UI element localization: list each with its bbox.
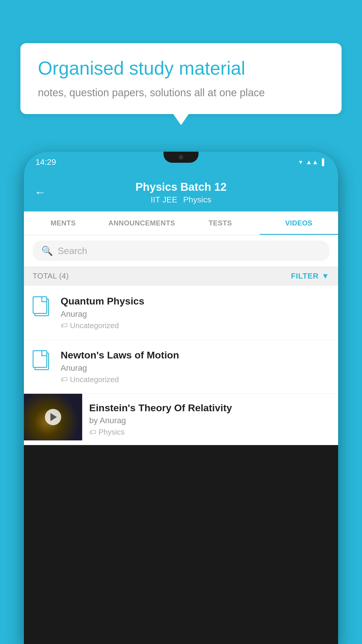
item-tag: 🏷 Physics	[89, 428, 331, 437]
filter-button[interactable]: FILTER ▼	[291, 272, 329, 281]
tab-ments[interactable]: MENTS	[24, 211, 103, 235]
tag-icon: 🏷	[61, 321, 68, 330]
play-icon	[50, 413, 57, 421]
tag-label: Physics	[99, 428, 125, 437]
item-tag: 🏷 Uncategorized	[61, 321, 329, 330]
notch	[164, 152, 198, 163]
doc-front-icon	[33, 296, 47, 314]
bubble-subtitle: notes, question papers, solutions all at…	[38, 85, 324, 100]
signal-icon: ▲▲	[306, 158, 319, 166]
speech-bubble: Organised study material notes, question…	[20, 43, 342, 114]
phone-content: MENTS ANNOUNCEMENTS TESTS VIDEOS 🔍 Searc…	[24, 211, 338, 445]
item-tag: 🏷 Uncategorized	[61, 375, 329, 384]
item-author: by Anurag	[89, 416, 331, 425]
item-title: Quantum Physics	[61, 295, 329, 307]
item-content: Newton's Laws of Motion Anurag 🏷 Uncateg…	[61, 349, 329, 384]
speech-bubble-container: Organised study material notes, question…	[20, 43, 342, 114]
status-bar: 14:29 ▾ ▲▲ ▌	[24, 152, 338, 173]
header-tag-iitjee: IIT JEE	[151, 195, 177, 204]
item-author: Anurag	[61, 309, 329, 319]
item-title: Einstein's Theory Of Relativity	[89, 402, 331, 414]
back-button[interactable]: ←	[34, 186, 46, 199]
item-title: Newton's Laws of Motion	[61, 349, 329, 361]
video-thumbnail	[24, 394, 82, 440]
wifi-icon: ▾	[299, 158, 302, 166]
tag-icon: 🏷	[89, 428, 96, 436]
search-placeholder: Search	[58, 246, 87, 256]
tag-label: Uncategorized	[70, 321, 119, 330]
doc-front-icon	[33, 350, 47, 368]
list-item[interactable]: Quantum Physics Anurag 🏷 Uncategorized	[24, 286, 338, 340]
tab-announcements[interactable]: ANNOUNCEMENTS	[103, 211, 181, 235]
status-icons: ▾ ▲▲ ▌	[299, 158, 326, 166]
item-icon	[33, 296, 54, 320]
phone-frame: 14:29 ▾ ▲▲ ▌ ← Physics Batch 12 IIT JEE …	[24, 152, 338, 644]
header-title: Physics Batch 12	[136, 181, 227, 193]
thumb-bg	[24, 394, 82, 440]
item-icon	[33, 350, 54, 374]
tag-icon: 🏷	[61, 375, 68, 384]
app-header: ← Physics Batch 12 IIT JEE Physics	[24, 173, 338, 211]
list-item[interactable]: Newton's Laws of Motion Anurag 🏷 Uncateg…	[24, 340, 338, 394]
item-content: Einstein's Theory Of Relativity by Anura…	[82, 394, 338, 445]
tabs-bar: MENTS ANNOUNCEMENTS TESTS VIDEOS	[24, 211, 338, 235]
battery-icon: ▌	[322, 158, 326, 166]
content-list: Quantum Physics Anurag 🏷 Uncategorized	[24, 286, 338, 445]
tab-videos[interactable]: VIDEOS	[260, 211, 338, 235]
search-bar[interactable]: 🔍 Search	[33, 241, 329, 261]
tag-label: Uncategorized	[70, 375, 119, 384]
status-time: 14:29	[36, 158, 56, 167]
search-icon: 🔍	[41, 245, 53, 256]
header-tag-physics: Physics	[183, 195, 211, 204]
list-item-thumb[interactable]: Einstein's Theory Of Relativity by Anura…	[24, 394, 338, 445]
total-count-label: TOTAL (4)	[33, 272, 69, 281]
item-content: Quantum Physics Anurag 🏷 Uncategorized	[61, 295, 329, 330]
search-container: 🔍 Search	[24, 235, 338, 266]
camera-icon	[179, 155, 183, 160]
filter-row: TOTAL (4) FILTER ▼	[24, 266, 338, 286]
tab-tests[interactable]: TESTS	[181, 211, 260, 235]
filter-icon: ▼	[321, 272, 329, 281]
item-author: Anurag	[61, 363, 329, 373]
filter-label: FILTER	[291, 272, 319, 281]
bubble-title: Organised study material	[38, 57, 324, 80]
play-button[interactable]	[45, 409, 61, 425]
header-subtitle: IIT JEE Physics	[151, 195, 211, 204]
